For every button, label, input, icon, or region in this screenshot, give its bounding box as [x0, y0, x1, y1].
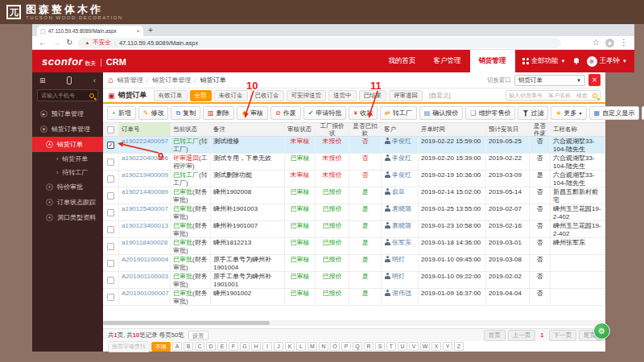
filter-tab[interactable]: 未收订金 [214, 90, 248, 101]
letter-button[interactable]: F [229, 342, 238, 351]
sidebar-collapse-icon[interactable]: ‹ [93, 76, 96, 84]
nav-item[interactable]: 销货管理 [470, 50, 515, 72]
row-checkbox[interactable] [107, 175, 114, 183]
toolbar-button[interactable]: ⇄转工厂 [380, 106, 417, 120]
letter-button[interactable]: D [206, 342, 216, 351]
letter-button[interactable]: T [386, 342, 396, 351]
customer-link[interactable]: 李俊红 [392, 171, 411, 179]
letter-button[interactable]: Q [353, 342, 362, 351]
row-checkbox[interactable]: ✓ [107, 142, 114, 149]
order-number-link[interactable]: a190118400028 [122, 239, 167, 246]
filter-tab[interactable]: 有效订单 [154, 90, 188, 101]
letter-button[interactable]: E [217, 342, 227, 351]
toolbar-button[interactable]: ❑维护零售价 [465, 106, 515, 120]
filter-tab[interactable]: 送货中 [328, 90, 357, 101]
table-row[interactable]: a190123400013已审批(财务审批)嵊州补1901007已审核已报价是袁… [103, 221, 605, 238]
nav-item[interactable]: 客户管理 [425, 50, 470, 72]
sidebar-item[interactable]: ›待转工厂 [32, 166, 103, 179]
letter-button[interactable]: X [431, 342, 441, 351]
breadcrumb-tab[interactable]: 销货订单管理 [152, 76, 191, 84]
order-search-box[interactable] [506, 90, 601, 101]
letter-button[interactable]: A [172, 342, 182, 351]
row-checkbox[interactable] [107, 243, 114, 250]
sidebar-search-input[interactable] [41, 93, 89, 98]
row-checkbox[interactable] [107, 294, 114, 301]
sidebar-search-icon[interactable] [89, 93, 94, 98]
order-number-link[interactable]: a190123400013 [122, 222, 168, 229]
row-checkbox[interactable] [107, 192, 114, 200]
sidebar-item[interactable]: +销货订单 [32, 137, 103, 152]
reload-icon[interactable]: ↻ [66, 39, 72, 47]
table-row[interactable]: a190219400009已转工厂(转工厂)测试删除功能未审核未报价否李俊红20… [103, 171, 605, 187]
table-row[interactable]: ✓a190222400057已转工厂(转工厂)测试维修未审核未报价否李俊红201… [103, 137, 605, 154]
table-row[interactable]: A201901090007已审批(财务审批)嵊州1901002已审核已报价是谢伟… [103, 289, 605, 306]
filter-tab[interactable]: 已结案 [359, 90, 387, 101]
letter-button[interactable]: S [375, 342, 385, 351]
nav-item[interactable]: 我的首页 [380, 50, 425, 72]
customer-link[interactable]: 明灯 [392, 256, 405, 263]
customer-link[interactable]: 明灯 [392, 273, 405, 280]
notifications-bell-icon[interactable] [573, 58, 580, 64]
table-row[interactable]: a190214400089已审批(财务审批)嵊州1902008已审核已报价是俞旦… [103, 187, 605, 204]
window-switcher-select[interactable]: 销货订单 ▼ [514, 75, 585, 86]
letter-button[interactable]: G [240, 342, 250, 351]
toolbar-button[interactable]: ¥收款 [349, 106, 377, 120]
row-checkbox[interactable] [107, 260, 114, 267]
scrollbar-thumb[interactable] [103, 321, 270, 325]
user-menu[interactable]: ☻ 王孝钟 ▼ [587, 56, 627, 67]
order-number-link[interactable]: a190125400007 [122, 205, 168, 212]
letter-button[interactable]: C [195, 342, 204, 351]
letter-button[interactable]: U [398, 342, 407, 351]
next-page-button[interactable]: 下一页 [549, 330, 577, 341]
letter-button[interactable]: K [285, 342, 295, 351]
letter-any-button[interactable]: 不限 [151, 342, 171, 352]
sidebar-search-box[interactable] [37, 89, 98, 101]
toolbar-button[interactable]: ▦自定义显示 [589, 106, 640, 120]
order-number-link[interactable]: a190222400057 [122, 138, 168, 145]
toolbar-button[interactable]: ✎修改 [138, 106, 169, 120]
order-number-link[interactable]: a190219400009 [122, 171, 168, 179]
horizontal-scrollbar[interactable] [103, 320, 605, 326]
toolbar-button[interactable]: 过滤 [518, 106, 548, 120]
all-functions-button[interactable]: 全部功能 ▼ [522, 56, 566, 66]
order-search-input[interactable] [509, 93, 592, 98]
address-url[interactable]: 47.110.59.45:8089/Main.aspx [119, 39, 198, 47]
sidebar-item[interactable]: ▸预订单管理 [32, 106, 103, 121]
order-number-link[interactable]: A201901090007 [122, 290, 169, 297]
forward-icon[interactable]: → [52, 39, 60, 47]
letter-button[interactable]: Z [454, 342, 464, 351]
filter-tab[interactable]: 可安排送货 [287, 90, 327, 101]
toolbar-button[interactable]: ★更多▾ [551, 106, 586, 120]
settings-button[interactable]: 设置 [188, 331, 208, 340]
table-row[interactable]: A201901100004已审批(财务审批)原手工单号为嵊州补1901004已审… [103, 255, 605, 272]
ssl-warning-text[interactable]: 不安全 [93, 39, 111, 47]
back-icon[interactable]: ← [39, 39, 47, 47]
letter-button[interactable]: H [251, 342, 261, 351]
row-checkbox[interactable] [107, 209, 114, 216]
floating-settings-button[interactable]: ⚙ [593, 323, 610, 339]
customer-link[interactable]: 袁晓璐 [392, 222, 411, 229]
customer-link[interactable]: 李俊红 [392, 138, 411, 145]
browser-menu-icon[interactable]: ⋮ [620, 39, 628, 47]
filter-tab[interactable]: 已收订金 [250, 90, 284, 101]
letter-button[interactable]: Y [443, 342, 452, 351]
sidebar-phone-icon[interactable] [67, 76, 72, 84]
toolbar-button[interactable]: ✔申请特批 [303, 106, 347, 120]
letter-button[interactable]: M [308, 342, 317, 351]
order-number-link[interactable]: A201901100004 [122, 256, 168, 263]
bookmark-star-icon[interactable]: ☆ [592, 39, 600, 47]
filter-tab[interactable]: [自定义] [425, 91, 455, 101]
toolbar-button[interactable]: +新增 [107, 106, 136, 120]
toolbar-button[interactable]: ⧉复制 [171, 106, 200, 120]
breadcrumb-tab[interactable]: 销货管理 [118, 76, 143, 84]
customer-link[interactable]: 谢伟强 [392, 290, 411, 297]
order-number-link[interactable]: a190214400089 [122, 188, 168, 195]
tab-close-icon[interactable]: × [136, 28, 140, 35]
home-icon[interactable]: ⌂ [108, 76, 114, 84]
sidebar-item[interactable]: ›销货开单 [32, 152, 103, 166]
breadcrumb-tab[interactable]: 销货订单 [200, 76, 226, 84]
row-checkbox[interactable] [107, 277, 114, 284]
first-page-button[interactable]: 首页 [484, 330, 506, 341]
order-number-link[interactable]: A201901100003 [122, 273, 168, 280]
customer-link[interactable]: 张军东 [392, 239, 411, 246]
